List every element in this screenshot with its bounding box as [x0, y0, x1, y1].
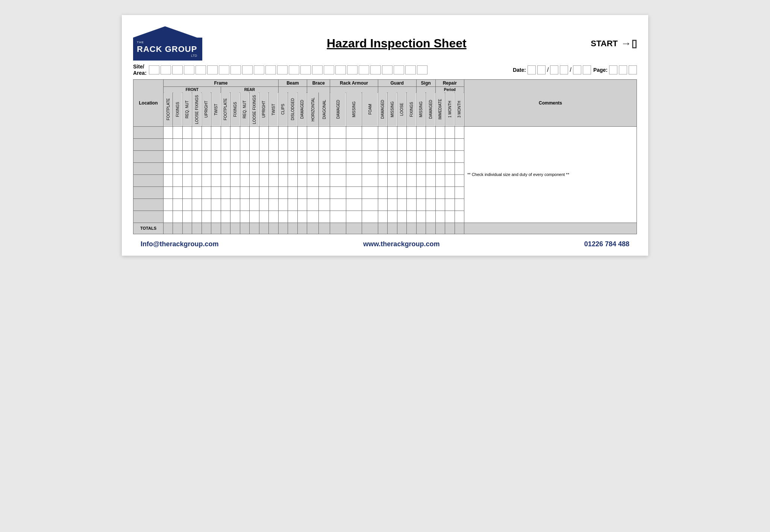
totals-cell[interactable]	[416, 223, 426, 234]
data-cell[interactable]	[297, 126, 307, 138]
data-cell[interactable]	[230, 138, 240, 150]
data-cell[interactable]	[164, 174, 173, 186]
data-cell[interactable]	[211, 199, 221, 211]
data-cell[interactable]	[426, 162, 435, 174]
data-cell[interactable]	[426, 138, 435, 150]
totals-cell[interactable]	[164, 223, 173, 234]
data-cell[interactable]	[397, 199, 406, 211]
data-cell[interactable]	[269, 199, 278, 211]
data-cell[interactable]	[297, 186, 307, 199]
data-cell[interactable]	[378, 211, 387, 223]
data-cell[interactable]	[278, 211, 288, 223]
totals-cell[interactable]	[173, 223, 182, 234]
data-cell[interactable]	[202, 174, 211, 186]
page-box-1[interactable]	[609, 65, 617, 74]
data-cell[interactable]	[362, 138, 378, 150]
data-cell[interactable]	[297, 162, 307, 174]
location-cell[interactable]	[133, 211, 164, 223]
data-cell[interactable]	[455, 150, 464, 162]
site-box-9[interactable]	[242, 65, 253, 74]
data-cell[interactable]	[259, 162, 268, 174]
data-cell[interactable]	[259, 186, 268, 199]
data-cell[interactable]	[435, 186, 445, 199]
site-box-1[interactable]	[149, 65, 159, 74]
totals-cell[interactable]	[259, 223, 268, 234]
data-cell[interactable]	[164, 126, 173, 138]
data-cell[interactable]	[259, 199, 268, 211]
data-cell[interactable]	[426, 150, 435, 162]
totals-cell[interactable]	[192, 223, 202, 234]
data-cell[interactable]	[307, 162, 319, 174]
totals-cell[interactable]	[388, 223, 397, 234]
data-cell[interactable]	[318, 211, 330, 223]
totals-cell[interactable]	[318, 223, 330, 234]
data-cell[interactable]	[388, 186, 397, 199]
data-cell[interactable]	[278, 162, 288, 174]
data-cell[interactable]	[378, 150, 387, 162]
data-cell[interactable]	[397, 211, 406, 223]
data-cell[interactable]	[297, 174, 307, 186]
data-cell[interactable]	[173, 162, 182, 174]
data-cell[interactable]	[192, 138, 202, 150]
data-cell[interactable]	[269, 174, 278, 186]
data-cell[interactable]	[230, 174, 240, 186]
data-cell[interactable]	[455, 199, 464, 211]
data-cell[interactable]	[455, 211, 464, 223]
data-cell[interactable]	[330, 150, 346, 162]
data-cell[interactable]	[388, 211, 397, 223]
data-cell[interactable]	[445, 126, 455, 138]
data-cell[interactable]	[240, 162, 249, 174]
data-cell[interactable]	[455, 138, 464, 150]
data-cell[interactable]	[388, 138, 397, 150]
data-cell[interactable]	[211, 150, 221, 162]
site-box-22[interactable]	[394, 65, 404, 74]
totals-cell[interactable]	[230, 223, 240, 234]
data-cell[interactable]	[240, 199, 249, 211]
data-cell[interactable]	[346, 211, 362, 223]
date-m1[interactable]	[550, 65, 558, 74]
data-cell[interactable]	[416, 199, 426, 211]
data-cell[interactable]	[269, 186, 278, 199]
data-cell[interactable]	[211, 126, 221, 138]
data-cell[interactable]	[407, 199, 416, 211]
data-cell[interactable]	[346, 186, 362, 199]
data-cell[interactable]	[378, 186, 387, 199]
site-box-13[interactable]	[289, 65, 299, 74]
data-cell[interactable]	[307, 199, 319, 211]
totals-cell[interactable]	[397, 223, 406, 234]
data-cell[interactable]	[202, 211, 211, 223]
data-cell[interactable]	[211, 138, 221, 150]
data-cell[interactable]	[346, 138, 362, 150]
totals-cell[interactable]	[269, 223, 278, 234]
totals-cell[interactable]	[240, 223, 249, 234]
data-cell[interactable]	[164, 199, 173, 211]
data-cell[interactable]	[173, 150, 182, 162]
data-cell[interactable]	[435, 174, 445, 186]
totals-cell[interactable]	[435, 223, 445, 234]
data-cell[interactable]	[388, 162, 397, 174]
data-cell[interactable]	[221, 126, 230, 138]
site-box-21[interactable]	[382, 65, 393, 74]
site-box-20[interactable]	[370, 65, 381, 74]
site-box-18[interactable]	[347, 65, 358, 74]
data-cell[interactable]	[250, 199, 259, 211]
data-cell[interactable]	[288, 186, 297, 199]
data-cell[interactable]	[173, 138, 182, 150]
data-cell[interactable]	[211, 211, 221, 223]
data-cell[interactable]	[455, 126, 464, 138]
data-cell[interactable]	[318, 174, 330, 186]
data-cell[interactable]	[362, 162, 378, 174]
data-cell[interactable]	[182, 174, 192, 186]
data-cell[interactable]	[192, 174, 202, 186]
data-cell[interactable]	[240, 174, 249, 186]
data-cell[interactable]	[416, 174, 426, 186]
data-cell[interactable]	[330, 162, 346, 174]
data-cell[interactable]	[297, 199, 307, 211]
data-cell[interactable]	[297, 138, 307, 150]
data-cell[interactable]	[426, 126, 435, 138]
data-cell[interactable]	[250, 126, 259, 138]
data-cell[interactable]	[318, 138, 330, 150]
totals-cell[interactable]	[278, 223, 288, 234]
data-cell[interactable]	[288, 199, 297, 211]
data-cell[interactable]	[330, 199, 346, 211]
